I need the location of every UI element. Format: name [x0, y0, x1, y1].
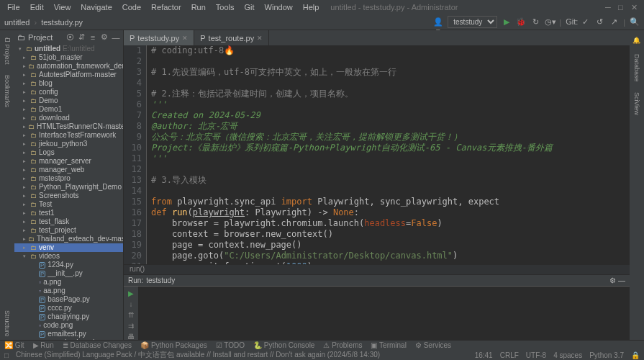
menu-tools[interactable]: Tools: [212, 1, 239, 13]
menu-code[interactable]: Code: [118, 1, 145, 13]
tree-item[interactable]: ▸🗀Test: [14, 200, 123, 209]
menu-refactor[interactable]: Refactor: [147, 1, 186, 13]
tree-item[interactable]: ▸🗀manager_web: [14, 166, 123, 174]
status-lock-icon[interactable]: 🔒: [631, 351, 640, 359]
rerun-icon[interactable]: ▶: [126, 289, 136, 297]
tree-item[interactable]: ▸🗀mstestpro: [14, 174, 123, 183]
editor-tab[interactable]: Ptest_route.py✕: [194, 30, 269, 45]
tree-file[interactable]: ▫ aa.png: [14, 287, 123, 295]
search-icon[interactable]: 🔍: [630, 17, 640, 27]
tree-item[interactable]: ▸🗀Python_Playwright_Demo: [14, 183, 123, 192]
bottom-services[interactable]: ⚙ Services: [415, 341, 451, 349]
editor-tab[interactable]: Pteststudy.py✕: [124, 30, 194, 45]
tool-structure-tab[interactable]: Structure: [4, 307, 11, 340]
scroll-to-end-icon[interactable]: ⇉: [126, 322, 136, 330]
run-config-selector[interactable]: teststudy: [448, 16, 497, 28]
run-icon[interactable]: ▶: [502, 17, 512, 27]
git-commit-icon[interactable]: ↺: [594, 17, 604, 27]
status-branch-icon[interactable]: □: [4, 351, 9, 359]
tree-item[interactable]: ▸🗀test_project: [14, 226, 123, 235]
bottom-run[interactable]: ▶ Run: [33, 341, 54, 349]
bottom-terminal[interactable]: ▣ Terminal: [371, 341, 406, 349]
status-indent[interactable]: 4 spaces: [553, 351, 582, 359]
status-encoding[interactable]: UTF-8: [526, 351, 546, 359]
status-caret-pos[interactable]: 16:41: [475, 351, 493, 359]
profile-icon[interactable]: ◷▾: [545, 17, 555, 27]
bottom-pyconsole[interactable]: 🐍 Python Console: [253, 341, 314, 349]
menu-file[interactable]: File: [3, 1, 24, 13]
expand-all-icon[interactable]: ⇵: [77, 32, 86, 42]
tree-file[interactable]: ▫ a.png: [14, 278, 123, 287]
tree-item[interactable]: ▸🗀jiekou_python3: [14, 140, 123, 148]
select-opened-file-icon[interactable]: ⦿: [65, 33, 74, 42]
bottom-database-changes[interactable]: ≣ Database Changes: [63, 341, 132, 349]
tree-item[interactable]: ▸🗀HTMLTestRunnerCN-master: [14, 122, 123, 131]
bottom-problems[interactable]: ⚠ Problems: [323, 341, 362, 349]
sciview-tab[interactable]: SciView: [633, 89, 640, 118]
tree-item[interactable]: ▸🗀Demo1: [14, 105, 123, 114]
run-output[interactable]: [138, 287, 630, 340]
hide-icon[interactable]: —: [112, 33, 120, 42]
tree-item[interactable]: ▸🗀Screenshots: [14, 192, 123, 200]
bottom-todo[interactable]: ☑ TODO: [216, 341, 245, 349]
bottom-git[interactable]: 🔀 Git: [4, 341, 24, 349]
tree-item[interactable]: ▸🗀InterfaceTestFramework: [14, 131, 123, 140]
git-push-icon[interactable]: ↗: [609, 17, 619, 27]
tree-item[interactable]: ▸🗀test1: [14, 209, 123, 217]
status-line-sep[interactable]: CRLF: [500, 351, 519, 359]
status-message[interactable]: Chinese (Simplified) Language Pack / 中文语…: [16, 350, 380, 360]
tree-item[interactable]: ▸🗀Thailand_exteach_dev-master: [14, 235, 123, 243]
tree-item[interactable]: ▸🗀AutotestPlatform-master: [14, 71, 123, 79]
collapse-all-icon[interactable]: ≡: [89, 33, 97, 42]
stop-icon[interactable]: ↓: [126, 300, 136, 308]
close-icon[interactable]: ✕: [182, 35, 188, 42]
status-python[interactable]: Python 3.7: [589, 351, 624, 359]
tree-file[interactable]: P chaojiying.py: [14, 312, 123, 321]
tree-file[interactable]: ▫ code.png: [14, 321, 123, 330]
tree-item[interactable]: ▸🗀manager_server: [14, 157, 123, 166]
tree-item[interactable]: ▸🗀config: [14, 88, 123, 96]
user-dropdown[interactable]: 👤 ▾: [433, 17, 443, 27]
gear-icon[interactable]: ⚙: [100, 32, 109, 42]
tree-item[interactable]: ▸🗀download: [14, 114, 123, 122]
tree-item[interactable]: ▸🗀Logs: [14, 148, 123, 157]
project-tree[interactable]: ▾🗀untitled E:\untitled▸🗀51job_master▸🗀au…: [14, 44, 123, 340]
window-maximize[interactable]: □: [618, 3, 627, 12]
run-panel-config[interactable]: teststudy: [146, 276, 175, 284]
menu-navigate[interactable]: Navigate: [76, 1, 116, 13]
run-panel-gear-icon[interactable]: ⚙ —: [609, 276, 625, 284]
tool-project-tab[interactable]: 🗀 Project: [4, 33, 11, 68]
tree-root[interactable]: ▾🗀untitled E:\untitled: [14, 45, 123, 53]
menu-git[interactable]: Git: [240, 1, 259, 13]
tree-item[interactable]: ▸🗀51job_master: [14, 53, 123, 62]
tree-file[interactable]: P cccc.py: [14, 304, 123, 312]
tree-item[interactable]: ▸🗀venv: [14, 243, 123, 252]
git-update-icon[interactable]: ✓: [580, 17, 590, 27]
breadcrumb-project[interactable]: untitled: [4, 18, 30, 27]
bottom-packages[interactable]: 📦 Python Packages: [140, 341, 207, 349]
window-minimize[interactable]: ─: [605, 3, 614, 12]
editor-source[interactable]: # coding:utf-8🔥# 1.先设置编码，utf-8可支持中英文，如上，…: [147, 45, 630, 264]
editor-breadcrumb[interactable]: run(): [124, 264, 630, 274]
tree-file[interactable]: P __init__.py: [14, 269, 123, 278]
tree-file[interactable]: P basePage.py: [14, 295, 123, 304]
coverage-icon[interactable]: ↻: [530, 17, 540, 27]
tree-item[interactable]: ▸🗀blog: [14, 79, 123, 88]
editor-gutter[interactable]: 12345678910111213141516171819202122: [124, 45, 147, 264]
tree-item[interactable]: ▸🗀automation_framework_demo: [14, 62, 123, 71]
debug-icon[interactable]: 🐞: [516, 17, 526, 27]
menu-edit[interactable]: Edit: [26, 1, 48, 13]
close-icon[interactable]: ✕: [257, 35, 263, 42]
menu-run[interactable]: Run: [187, 1, 210, 13]
notifications-tab[interactable]: 🔔: [633, 33, 640, 47]
menu-view[interactable]: View: [50, 1, 76, 13]
tree-file[interactable]: P 1234.py: [14, 261, 123, 269]
breadcrumb-file[interactable]: teststudy.py: [41, 18, 83, 27]
toggle-soft-wrap-icon[interactable]: ⇈: [126, 311, 136, 319]
menu-help[interactable]: Help: [299, 1, 324, 13]
tree-item[interactable]: ▾🗀videos: [14, 252, 123, 261]
tree-file[interactable]: P emailtest.py: [14, 330, 123, 338]
menu-window[interactable]: Window: [260, 1, 297, 13]
tree-item[interactable]: ▸🗀Demo: [14, 96, 123, 105]
tree-item[interactable]: ▸🗀test_flask: [14, 217, 123, 226]
